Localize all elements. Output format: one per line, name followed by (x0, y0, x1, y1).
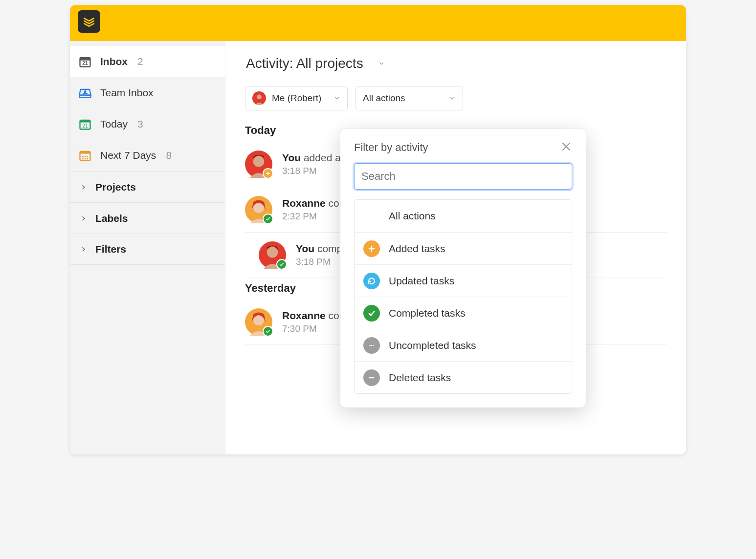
filter-action-label: All actions (363, 93, 405, 104)
main-content: Activity: All projects Me (Robert) All a… (225, 41, 686, 454)
popover-title: Filter by activity (354, 141, 428, 154)
svg-text:21: 21 (82, 60, 88, 66)
filter-option-label: Deleted tasks (389, 372, 451, 384)
sidebar-item-today[interactable]: 21Today3 (70, 108, 225, 140)
chevron-down-icon (449, 95, 456, 102)
sidebar-group-label: Projects (95, 181, 136, 193)
sidebar-group-label: Filters (95, 243, 126, 255)
svg-point-21 (267, 247, 278, 258)
app-window: 21Inbox2Team Inbox21Today3Next 7 Days8 P… (70, 5, 686, 454)
sidebar-group-filters[interactable]: Filters (70, 234, 225, 265)
svg-point-26 (373, 344, 374, 346)
calendar-21-icon: 21 (78, 55, 92, 68)
sidebar-item-label: Team Inbox (100, 87, 154, 99)
svg-rect-8 (80, 151, 90, 154)
svg-point-12 (82, 158, 84, 160)
search-input[interactable] (354, 163, 572, 190)
sidebar-group-label: Labels (95, 213, 128, 224)
sidebar-group-projects[interactable]: Projects (70, 171, 225, 202)
filter-option-label: Updated tasks (389, 275, 454, 287)
team-inbox-icon (78, 86, 92, 100)
svg-point-24 (369, 344, 371, 346)
filter-options-list: All actionsAdded tasksUpdated tasksCompl… (354, 199, 572, 394)
app-logo[interactable] (78, 10, 100, 33)
filter-person-label: Me (Robert) (272, 93, 321, 104)
sidebar-item-inbox[interactable]: 21Inbox2 (70, 46, 225, 77)
dots-icon (363, 337, 380, 354)
minus-icon (363, 369, 380, 386)
chevron-right-icon (81, 246, 87, 252)
filter-option[interactable]: Uncompleted tasks (355, 329, 572, 361)
sidebar-item-label: Next 7 Days (100, 150, 156, 161)
top-bar (70, 5, 686, 41)
activity-text: Roxanne com7:30 PM (282, 310, 348, 334)
plus-icon (363, 240, 380, 257)
sidebar-item-label: Inbox (100, 56, 128, 67)
activity-time: 3:18 PM (282, 166, 341, 176)
activity-time: 3:18 PM (296, 257, 345, 267)
filter-option[interactable]: All actions (355, 200, 572, 232)
activity-time: 7:30 PM (282, 323, 348, 334)
filter-option-label: Added tasks (389, 243, 445, 255)
activity-time: 2:32 PM (282, 211, 348, 222)
filter-option-label: All actions (389, 210, 436, 222)
avatar (252, 91, 266, 105)
today-icon: 21 (78, 117, 92, 131)
page-title: Activity: All projects (246, 56, 363, 71)
avatar (259, 241, 286, 269)
logo-icon (83, 15, 95, 28)
avatar (245, 308, 272, 336)
svg-point-9 (82, 156, 84, 157)
chevron-down-icon (378, 60, 385, 67)
filter-person[interactable]: Me (Robert) (245, 86, 348, 110)
avatar (245, 150, 272, 178)
filter-option[interactable]: Added tasks (355, 232, 572, 264)
sidebar-item-count: 8 (166, 150, 172, 161)
svg-point-14 (87, 158, 88, 160)
svg-text:21: 21 (82, 123, 88, 129)
activity-text: Roxanne com2:32 PM (282, 197, 348, 222)
svg-point-13 (85, 158, 86, 160)
filter-action[interactable]: All actions (356, 86, 463, 110)
sidebar-item-count: 3 (137, 118, 143, 130)
chevron-right-icon (81, 184, 87, 190)
svg-point-25 (371, 344, 373, 346)
filter-option[interactable]: Completed tasks (355, 297, 572, 329)
close-button[interactable] (560, 141, 572, 154)
filter-option[interactable]: Updated tasks (355, 264, 572, 297)
filters-row: Me (Robert) All actions (245, 86, 667, 110)
avatar (245, 196, 272, 223)
next7-icon (78, 149, 92, 162)
sidebar-item-count: 2 (137, 56, 143, 67)
sidebar-item-label: Today (100, 118, 128, 130)
activity-text: You compl3:18 PM (296, 243, 345, 267)
page-title-row[interactable]: Activity: All projects (245, 56, 667, 71)
refresh-icon (363, 273, 380, 289)
chevron-down-icon (334, 95, 340, 102)
filter-popover: Filter by activity All actionsAdded task… (340, 129, 586, 408)
svg-point-15 (257, 94, 262, 99)
close-icon (560, 141, 572, 152)
check-icon (363, 305, 380, 322)
svg-point-10 (85, 156, 86, 157)
svg-point-17 (253, 156, 264, 167)
sidebar: 21Inbox2Team Inbox21Today3Next 7 Days8 P… (70, 41, 225, 454)
svg-point-11 (87, 156, 88, 157)
filter-option[interactable]: Deleted tasks (355, 361, 572, 393)
sidebar-group-labels[interactable]: Labels (70, 202, 225, 234)
svg-rect-5 (80, 120, 90, 123)
filter-option-label: Uncompleted tasks (389, 340, 476, 351)
chevron-right-icon (81, 215, 87, 221)
filter-option-label: Completed tasks (389, 307, 465, 319)
sidebar-item-next-7-days[interactable]: Next 7 Days8 (70, 140, 225, 171)
sidebar-item-team-inbox[interactable]: Team Inbox (70, 77, 225, 108)
activity-text: You added a3:18 PM (282, 152, 341, 176)
